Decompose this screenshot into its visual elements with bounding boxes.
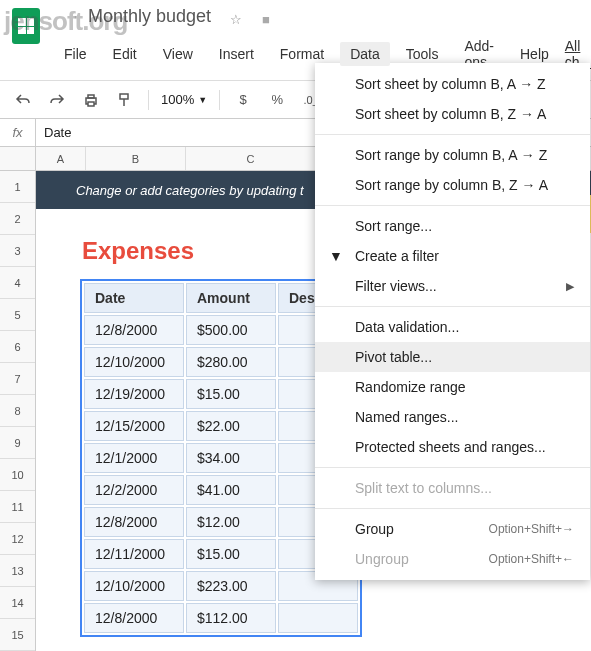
menu-filter-views[interactable]: Filter views...▶	[315, 271, 590, 301]
data-menu-dropdown: Sort sheet by column B, A → Z Sort sheet…	[315, 63, 590, 580]
redo-button[interactable]	[42, 86, 72, 114]
menu-randomize-range[interactable]: Randomize range	[315, 372, 590, 402]
cell-amount[interactable]: $15.00	[186, 379, 276, 409]
folder-icon[interactable]: ■	[262, 12, 270, 27]
menu-sort-range[interactable]: Sort range...	[315, 211, 590, 241]
menu-sort-sheet-az[interactable]: Sort sheet by column B, A → Z	[315, 69, 590, 99]
cell-amount[interactable]: $112.00	[186, 603, 276, 633]
menu-named-ranges[interactable]: Named ranges...	[315, 402, 590, 432]
cell-date[interactable]: 12/1/2000	[84, 443, 184, 473]
cell-date[interactable]: 12/10/2000	[84, 347, 184, 377]
section-title: Expenses	[82, 237, 194, 265]
menu-sort-sheet-za[interactable]: Sort sheet by column B, Z → A	[315, 99, 590, 129]
toolbar-separator	[219, 90, 220, 110]
filter-icon: ▼	[327, 248, 345, 264]
cell-date[interactable]: 12/2/2000	[84, 475, 184, 505]
menu-separator	[315, 205, 590, 206]
paint-format-button[interactable]	[110, 86, 140, 114]
menu-insert[interactable]: Insert	[209, 42, 264, 66]
menu-split-text: Split text to columns...	[315, 473, 590, 503]
row-header[interactable]: 9	[0, 427, 35, 459]
row-header[interactable]: 2	[0, 203, 35, 235]
cell-date[interactable]: 12/19/2000	[84, 379, 184, 409]
row-header[interactable]: 11	[0, 491, 35, 523]
cell-date[interactable]: 12/11/2000	[84, 539, 184, 569]
menu-data-validation[interactable]: Data validation...	[315, 312, 590, 342]
menu-edit[interactable]: Edit	[103, 42, 147, 66]
row-header[interactable]: 10	[0, 459, 35, 491]
cell-amount[interactable]: $41.00	[186, 475, 276, 505]
formula-input[interactable]: Date	[36, 125, 71, 140]
row-header[interactable]: 7	[0, 363, 35, 395]
percent-button[interactable]: %	[262, 86, 292, 114]
cell-amount[interactable]: $12.00	[186, 507, 276, 537]
menu-group[interactable]: GroupOption+Shift+→	[315, 514, 590, 544]
cell-amount[interactable]: $223.00	[186, 571, 276, 601]
svg-rect-2	[88, 102, 94, 106]
menu-create-filter[interactable]: ▼Create a filter	[315, 241, 590, 271]
row-headers: 123456789101112131415	[0, 171, 36, 651]
menu-sort-range-za[interactable]: Sort range by column B, Z → A	[315, 170, 590, 200]
document-title[interactable]: Monthly budget	[52, 6, 211, 27]
row-header[interactable]: 4	[0, 267, 35, 299]
menu-separator	[315, 306, 590, 307]
row-header[interactable]: 8	[0, 395, 35, 427]
menu-ungroup: UngroupOption+Shift+←	[315, 544, 590, 574]
print-button[interactable]	[76, 86, 106, 114]
star-icon[interactable]: ☆	[230, 12, 242, 27]
row-header[interactable]: 6	[0, 331, 35, 363]
menu-sort-range-az[interactable]: Sort range by column B, A → Z	[315, 140, 590, 170]
cell-date[interactable]: 12/8/2000	[84, 603, 184, 633]
svg-rect-1	[88, 95, 94, 98]
fx-label: fx	[0, 119, 36, 146]
menu-separator	[315, 467, 590, 468]
menu-data[interactable]: Data	[340, 42, 390, 66]
menu-separator	[315, 134, 590, 135]
cell-date[interactable]: 12/8/2000	[84, 507, 184, 537]
cell-amount[interactable]: $22.00	[186, 411, 276, 441]
shortcut-label: Option+Shift+→	[489, 522, 574, 536]
toolbar-separator	[148, 90, 149, 110]
cell-date[interactable]: 12/10/2000	[84, 571, 184, 601]
cell-date[interactable]: 12/15/2000	[84, 411, 184, 441]
cell-date[interactable]: 12/8/2000	[84, 315, 184, 345]
menu-view[interactable]: View	[153, 42, 203, 66]
table-row[interactable]: 12/8/2000$112.00	[84, 603, 358, 633]
cell-amount[interactable]: $34.00	[186, 443, 276, 473]
row-header[interactable]: 15	[0, 619, 35, 651]
row-header[interactable]: 1	[0, 171, 35, 203]
submenu-arrow-icon: ▶	[566, 280, 574, 293]
cell-amount[interactable]: $15.00	[186, 539, 276, 569]
cell-amount[interactable]: $280.00	[186, 347, 276, 377]
row-header[interactable]: 3	[0, 235, 35, 267]
column-header[interactable]: B	[86, 147, 186, 170]
row-header[interactable]: 14	[0, 587, 35, 619]
header-date[interactable]: Date	[84, 283, 184, 313]
row-header[interactable]: 5	[0, 299, 35, 331]
currency-button[interactable]: $	[228, 86, 258, 114]
header-amount[interactable]: Amount	[186, 283, 276, 313]
zoom-selector[interactable]: 100% ▼	[157, 92, 211, 107]
menu-pivot-table[interactable]: Pivot table...	[315, 342, 590, 372]
chevron-down-icon: ▼	[198, 95, 207, 105]
row-header[interactable]: 13	[0, 555, 35, 587]
shortcut-label: Option+Shift+←	[489, 552, 574, 566]
column-header[interactable]: A	[36, 147, 86, 170]
menu-file[interactable]: File	[54, 42, 97, 66]
column-header[interactable]: C	[186, 147, 316, 170]
cell-amount[interactable]: $500.00	[186, 315, 276, 345]
select-all-corner[interactable]	[0, 147, 36, 171]
cell-description[interactable]	[278, 603, 358, 633]
row-header[interactable]: 12	[0, 523, 35, 555]
menu-protected-sheets[interactable]: Protected sheets and ranges...	[315, 432, 590, 462]
svg-rect-3	[120, 94, 128, 99]
menu-separator	[315, 508, 590, 509]
undo-button[interactable]	[8, 86, 38, 114]
sheets-logo-icon[interactable]	[12, 8, 40, 44]
